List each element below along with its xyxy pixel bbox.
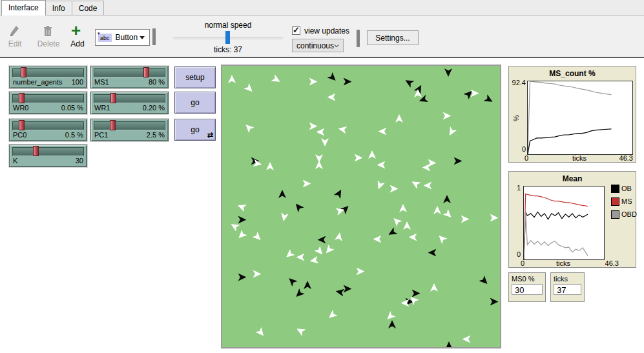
slider-thumb[interactable] (19, 93, 25, 103)
pencil-icon[interactable] (9, 25, 20, 37)
turtle (355, 154, 363, 162)
turtle (428, 249, 437, 257)
tab-interface[interactable]: Interface (1, 0, 46, 15)
view-updates-checkbox[interactable]: ✓ (292, 26, 300, 35)
turtle (446, 126, 457, 137)
turtle (357, 268, 365, 276)
forever-loop-icon: ⇄ (207, 131, 213, 139)
turtle (327, 94, 336, 101)
slider-wr1[interactable]: WR10.20 % (90, 92, 169, 114)
turtle (229, 221, 240, 232)
speed-slider-thumb[interactable] (225, 31, 230, 44)
tab-code[interactable]: Code (72, 1, 105, 15)
trash-icon[interactable] (43, 25, 53, 37)
button-label: go (191, 125, 199, 134)
view-updates-label: view updates (304, 26, 349, 35)
slider-label: WR1 (94, 104, 110, 112)
turtle (243, 122, 254, 134)
slider-thumb[interactable] (143, 67, 149, 77)
turtle (391, 216, 402, 227)
turtle (462, 336, 471, 343)
monitor-ms0: MS0 %30 (508, 272, 546, 302)
netlogo-window: InterfaceInfoCode Edit Delete + Add abc … (0, 0, 644, 353)
legend-name: MS (621, 197, 632, 205)
slider-track[interactable] (94, 121, 165, 130)
plot-ms-count: MS_count % 92.4 0 % 0 ticks 46.3 (508, 66, 636, 163)
tab-info[interactable]: Info (46, 1, 72, 15)
update-mode-value: continuous (296, 41, 334, 50)
turtle (327, 72, 338, 84)
turtle (368, 150, 376, 159)
update-mode-dropdown[interactable]: continuous (292, 39, 344, 52)
turtle (335, 287, 345, 296)
ms-count-chart (528, 81, 632, 154)
turtle (384, 311, 396, 323)
slider-thumb[interactable] (110, 93, 116, 103)
turtle (388, 320, 396, 328)
turtle (338, 125, 348, 134)
ticks-counter: ticks: 37 (207, 45, 249, 54)
world-view[interactable] (221, 65, 501, 348)
turtle (293, 288, 305, 300)
widget-type-dropdown[interactable]: abc Button (95, 29, 150, 46)
slider-ms1[interactable]: MS180 % (90, 66, 169, 88)
slider-track[interactable] (94, 68, 165, 77)
speed-slider-label: normal speed (185, 21, 271, 30)
edit-button-label[interactable]: Edit (5, 39, 25, 48)
slider-value: 0.20 % (143, 104, 165, 112)
x-axis-label: ticks (527, 154, 632, 162)
turtle (303, 180, 311, 188)
chevron-down-icon (334, 44, 339, 48)
turtle (236, 230, 247, 241)
legend-item-obd: OBD (611, 208, 637, 221)
mean-chart (524, 187, 604, 259)
slider-wr0[interactable]: WR00.05 % (9, 92, 87, 114)
turtle (335, 232, 344, 241)
turtle (317, 128, 325, 136)
turtle (252, 232, 264, 243)
turtle (315, 161, 323, 169)
slider-label: number_agents (13, 78, 62, 86)
turtle (284, 249, 295, 261)
chevron-down-icon (140, 36, 145, 39)
legend-swatch (611, 185, 619, 193)
plot-pen-ob (524, 212, 588, 260)
add-button-label[interactable]: Add (68, 39, 87, 48)
add-icon[interactable]: + (71, 23, 81, 37)
toolbar-separator (152, 28, 156, 45)
turtle (410, 178, 421, 189)
settings-button[interactable]: Settings... (367, 30, 419, 45)
turtle (479, 276, 490, 287)
legend-item-ob: OB (611, 182, 637, 195)
go-button[interactable]: go (174, 92, 216, 114)
toolbar-separator (357, 30, 360, 47)
slider-label: MS1 (94, 78, 109, 86)
slider-thumb[interactable] (110, 120, 116, 130)
slider-pc0[interactable]: PC00.5 % (9, 119, 87, 141)
turtle (386, 227, 397, 238)
setup-button[interactable]: setup (174, 66, 216, 88)
monitor-label: ticks (554, 275, 581, 283)
turtle (344, 78, 352, 86)
turtle (445, 341, 453, 348)
slider-label: K (13, 157, 17, 165)
turtle (321, 138, 329, 146)
go-forever-button[interactable]: go⇄ (174, 119, 216, 141)
slider-track[interactable] (94, 94, 165, 103)
plot-mean: Mean 1 0 OBMSOBD 0 ticks 46.3 (508, 171, 636, 268)
delete-button-label[interactable]: Delete (36, 39, 61, 48)
turtle (271, 74, 282, 85)
slider-thumb[interactable] (19, 120, 25, 130)
slider-thumb[interactable] (21, 67, 26, 77)
turtle (377, 161, 386, 169)
turtle (314, 246, 326, 257)
slider-value: 0.5 % (65, 131, 83, 139)
turtle (255, 327, 267, 339)
button-label: setup (185, 73, 204, 82)
slider-number_agents[interactable]: number_agents100 (9, 66, 87, 88)
slider-value: 0.05 % (61, 104, 83, 112)
slider-thumb[interactable] (33, 146, 39, 156)
slider-k[interactable]: K30 (9, 145, 87, 167)
slider-pc1[interactable]: PC12.5 % (90, 119, 169, 141)
slider-track[interactable] (12, 147, 84, 156)
